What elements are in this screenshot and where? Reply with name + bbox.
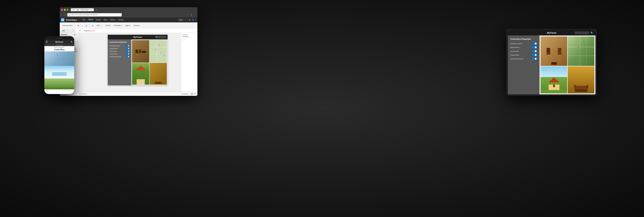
house-structure — [548, 77, 560, 91]
zoom-icon[interactable]: ⊕ — [190, 13, 193, 16]
redo-button[interactable]: ↪ — [187, 19, 188, 21]
browser-address-bar: ‹ › ↻ 🔒 https://test.create.powerapps.co… — [60, 12, 198, 17]
screen-checkbox[interactable] — [79, 93, 81, 95]
screen-prop-circle[interactable] — [182, 38, 184, 41]
user-button[interactable]: 👤 — [192, 19, 194, 21]
refresh-button[interactable]: ↻ — [65, 13, 66, 16]
ribbon-italic[interactable]: I — [81, 24, 84, 27]
tab-screen[interactable]: Screen — [117, 17, 126, 22]
tab-insert[interactable]: Insert — [94, 17, 102, 22]
ribbon-render[interactable]: ⚲ Fill ▾ — [104, 24, 112, 27]
phone-location-bar: Costa Rica — [44, 44, 74, 46]
filter-distribution-toggle[interactable] — [126, 45, 130, 47]
tablet-search-icon[interactable]: 🔍 — [590, 32, 593, 34]
brand-chevron[interactable]: ▾ — [78, 19, 79, 21]
app-sidebar-filters: Costa Rica Properties Distribution partn… — [108, 39, 131, 85]
browser-minimize-dot[interactable] — [64, 9, 66, 11]
sofa-arm-right — [586, 85, 588, 89]
phone-menu-icon[interactable]: ☰ — [46, 41, 48, 43]
tab-file[interactable]: File — [81, 17, 87, 22]
filter-sales: Sales/Reseller point — [110, 56, 130, 57]
screens-list-icon[interactable]: ≡ — [76, 34, 76, 35]
tab-view[interactable]: View — [102, 17, 109, 22]
interaction-switch[interactable] — [189, 93, 193, 95]
waffle-icon[interactable] — [61, 18, 64, 22]
back-button[interactable]: ‹ — [61, 14, 62, 16]
filter-rental-toggle[interactable] — [126, 47, 130, 49]
browser-close-dot[interactable] — [61, 9, 63, 11]
tablet-filter-sales: Sales/Reseller point — [510, 57, 537, 60]
tab-action[interactable]: Action — [109, 17, 117, 22]
filter-sales-toggle[interactable] — [126, 56, 130, 57]
tablet-toggle-dist[interactable] — [532, 42, 537, 45]
help-button[interactable]: ? — [195, 19, 196, 21]
new-tab-button[interactable]: + — [96, 8, 97, 11]
powerapps-brand: PowerApps — [66, 19, 77, 21]
right-panel-screen-value: Screen1 — [182, 36, 196, 37]
browser-maximize-dot[interactable] — [67, 9, 68, 11]
formula-g: 0 — [90, 30, 91, 32]
app-back-btn[interactable]: ← — [109, 36, 111, 38]
play-button[interactable]: ▶ — [190, 19, 191, 21]
tablet-map-pin-5: 📍 — [580, 57, 582, 59]
pool-image-bg — [44, 66, 74, 78]
tablet-search-box[interactable] — [575, 31, 589, 34]
undo-button[interactable]: ↩ — [184, 19, 186, 21]
ribbon-bold[interactable]: B — [76, 24, 80, 27]
toolbar-actions: App ↩ ↪ ▶ 👤 ? — [178, 19, 196, 21]
tablet-app-header: MyTravel 🔍 — [508, 30, 596, 35]
tablet-toggle-prolyte[interactable] — [532, 54, 537, 56]
ribbon-group[interactable]: Group ▾ — [132, 24, 141, 27]
garden-bg — [44, 78, 74, 89]
tablet-toggle-sales[interactable] — [532, 57, 537, 60]
app-button[interactable]: App — [178, 19, 183, 21]
ribbon-underline[interactable]: U — [84, 24, 88, 27]
road-h1 — [150, 47, 167, 47]
ribbon-fill[interactable]: Fill ▾ — [96, 24, 102, 27]
ribbon-render2[interactable]: ⚲ Render ▾ — [112, 24, 124, 27]
property-selector[interactable]: Fill ▾ — [61, 29, 75, 32]
ribbon-sep-2 — [90, 24, 90, 27]
tablet-toggle-service[interactable] — [532, 50, 537, 52]
filter-service-toggle[interactable] — [126, 50, 130, 52]
phone-location-text: Costa Rica — [56, 44, 62, 46]
sky-bg — [540, 66, 567, 77]
tablet-map-pin-2: 📍 — [577, 47, 580, 49]
tablet-filter-distribution: Distribution partner — [510, 42, 537, 45]
tablet-road-v1 — [580, 36, 580, 66]
phone-speaker — [57, 38, 62, 38]
app-canvas-preview[interactable]: ← MyTravel 🔍 Costa Rica Properties — [108, 35, 168, 85]
screens-title: Screens — [61, 34, 67, 35]
tab-home[interactable]: Home — [87, 17, 95, 22]
phone-search-icon[interactable]: 🔍 — [71, 41, 73, 43]
app-search-bar[interactable]: 🔍 — [155, 36, 166, 38]
address-bar-input[interactable]: 🔒 https://test.create.powerapps.com/stud… — [67, 13, 122, 16]
forward-button[interactable]: › — [63, 14, 64, 16]
tablet-filter-prolyte: Prolyte Office — [510, 54, 537, 56]
filter-prolyte-toggle[interactable] — [126, 53, 130, 55]
bookmark-icon[interactable]: ☆ — [187, 13, 190, 16]
phone-dates-text: April 12 to April 20 — [54, 47, 64, 48]
formula-input[interactable]: RGBA(0,0,0,1) — [84, 30, 94, 32]
tablet-map-pin-4: 📍 — [588, 50, 590, 52]
map-cell-sofa — [150, 63, 167, 85]
phone-destination: Costa Rica — [44, 48, 74, 51]
sofa-interior — [150, 63, 167, 85]
property-chevron: ▾ — [73, 30, 74, 32]
screens-grid-icon[interactable]: ⊞ — [74, 34, 75, 35]
filter-service: Service point — [110, 50, 130, 52]
interaction-state-label: Off — [194, 93, 196, 95]
sofa-cushions — [575, 86, 588, 89]
filter-distribution-label: Distribution partner — [110, 45, 120, 46]
tablet-toggle-rental[interactable] — [532, 46, 537, 49]
tablet-filter-service-label: Service point — [510, 50, 519, 52]
expand-formula-icon[interactable]: ≡ — [77, 30, 78, 32]
formula-expand-btn[interactable]: ⌄ — [195, 30, 196, 32]
sidebar-title: Costa Rica Properties — [110, 41, 130, 43]
settings-icon[interactable]: ⋮ — [194, 13, 196, 16]
ribbon-align[interactable]: Align ▾ — [124, 24, 132, 27]
new-screen-button[interactable]: New screen ▾ — [61, 24, 74, 27]
ribbon-font-color[interactable]: A — [91, 24, 95, 27]
tablet-sidebar-title: Costa Rica Properties — [510, 38, 537, 40]
browser-tab[interactable]: PA App - PowerApps ✕ — [71, 8, 94, 11]
